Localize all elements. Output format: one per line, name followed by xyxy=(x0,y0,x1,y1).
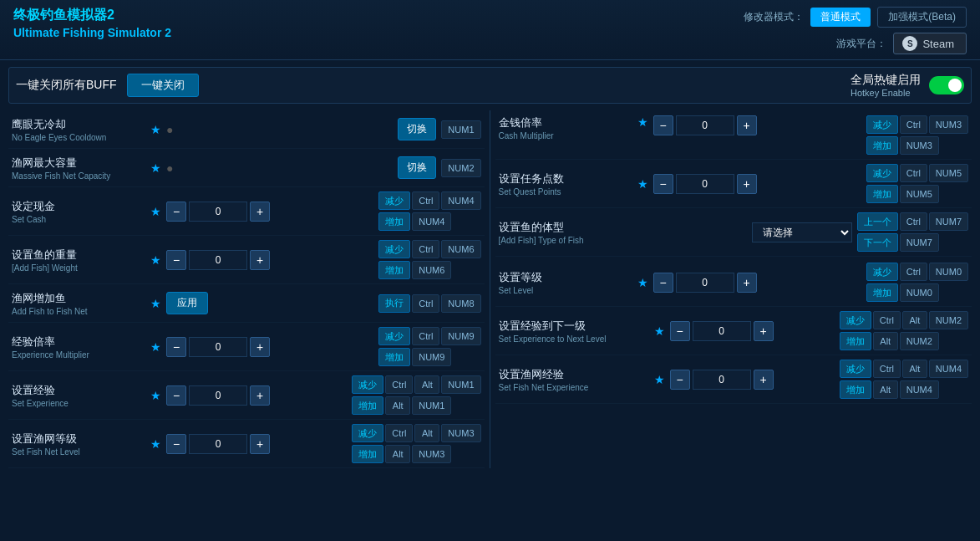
add-fish-exec-action[interactable]: 执行 xyxy=(378,294,410,313)
quest-points-input[interactable] xyxy=(676,174,734,194)
fish-net-exp-input[interactable] xyxy=(693,370,751,390)
fish-net-level-dec-action[interactable]: 减少 xyxy=(352,424,383,442)
cash-mult-star[interactable]: ★ xyxy=(637,115,648,129)
exp-mult-inc-action[interactable]: 增加 xyxy=(378,348,410,366)
fish-net-exp-dec-action[interactable]: 减少 xyxy=(840,360,871,378)
fish-type-prev-action[interactable]: 上一个 xyxy=(857,212,898,231)
exp-next-level-plus[interactable]: + xyxy=(754,321,774,341)
fish-weight-dec-action[interactable]: 减少 xyxy=(378,240,410,258)
set-level-dec-action[interactable]: 减少 xyxy=(866,263,898,281)
quest-points-plus[interactable]: + xyxy=(737,174,757,194)
close-all-button[interactable]: 一键关闭 xyxy=(127,74,199,97)
steam-button[interactable]: S Steam xyxy=(893,33,967,54)
cash-mult-input[interactable] xyxy=(676,115,734,135)
set-level-inc-action[interactable]: 增加 xyxy=(866,283,898,302)
fish-net-exp-dec-key: NUM4 xyxy=(929,360,968,378)
set-exp-dec-action[interactable]: 减少 xyxy=(352,375,383,394)
quest-points-star[interactable]: ★ xyxy=(637,177,648,191)
fish-net-exp-star[interactable]: ★ xyxy=(654,373,665,386)
fish-weight-star[interactable]: ★ xyxy=(150,253,161,267)
set-cash-inc-action[interactable]: 增加 xyxy=(378,212,410,231)
hotkey-toggle[interactable] xyxy=(929,76,964,94)
exp-next-level-inc-action[interactable]: 增加 xyxy=(840,332,871,350)
cash-mult-dec-row: 减少 Ctrl NUM3 xyxy=(866,115,968,134)
fish-weight-inc-action[interactable]: 增加 xyxy=(378,261,410,279)
exp-mult-minus[interactable]: − xyxy=(166,337,186,357)
mode-normal-button[interactable]: 普通模式 xyxy=(810,8,871,27)
set-level-plus[interactable]: + xyxy=(737,273,757,293)
set-exp-inc-row: 增加 Alt NUM1 xyxy=(352,396,480,415)
set-level-input[interactable] xyxy=(676,273,734,293)
fish-net-level-input[interactable] xyxy=(189,434,247,454)
fish-net-level-hotkeys: 减少 Ctrl Alt NUM3 增加 Alt NUM3 xyxy=(352,424,480,463)
fish-net-level-inc-action[interactable]: 增加 xyxy=(352,445,383,463)
fish-net-level-inc-mod: Alt xyxy=(385,445,410,463)
set-cash-plus[interactable]: + xyxy=(250,202,270,222)
fish-net-level-minus[interactable]: − xyxy=(166,434,186,454)
set-cash-dec-action[interactable]: 减少 xyxy=(378,191,410,210)
fish-type-prev-mod: Ctrl xyxy=(900,212,927,231)
fish-net-exp-plus[interactable]: + xyxy=(754,370,774,390)
exp-next-level-dec-mod: Ctrl xyxy=(873,311,901,329)
exp-next-level-dec-action[interactable]: 减少 xyxy=(840,311,871,329)
cash-mult-plus[interactable]: + xyxy=(737,115,757,135)
add-fish-apply[interactable]: 应用 xyxy=(166,292,208,314)
eagle-eyes-star[interactable]: ★ xyxy=(150,123,161,136)
fish-net-level-star[interactable]: ★ xyxy=(150,437,161,451)
fish-weight-input[interactable] xyxy=(189,250,247,270)
quest-points-inc-action[interactable]: 增加 xyxy=(866,185,898,203)
exp-next-level-star[interactable]: ★ xyxy=(654,324,665,338)
eagle-eyes-circle[interactable]: ● xyxy=(166,123,173,136)
mode-beta-button[interactable]: 加强模式(Beta) xyxy=(877,7,967,28)
set-cash-input[interactable] xyxy=(189,202,247,222)
exp-mult-input[interactable] xyxy=(189,337,247,357)
fish-type-next-action[interactable]: 下一个 xyxy=(857,233,898,252)
fish-net-switch[interactable]: 切换 xyxy=(398,156,436,179)
fish-net-level-inc-key: NUM3 xyxy=(412,445,451,463)
quest-points-cn: 设置任务点数 xyxy=(499,171,632,186)
set-cash-star[interactable]: ★ xyxy=(150,205,161,218)
fish-net-level-row: 设置渔网等级 Set Fish Net Level ★ − + 减少 Ctrl … xyxy=(8,420,485,468)
fish-type-select[interactable]: 请选择 xyxy=(752,222,852,242)
set-exp-input[interactable] xyxy=(189,385,247,406)
fish-net-star[interactable]: ★ xyxy=(150,161,161,175)
set-cash-minus[interactable]: − xyxy=(166,202,186,222)
fish-net-exp-dec-mod: Ctrl xyxy=(873,360,901,378)
fish-net-exp-inc-row: 增加 Alt NUM4 xyxy=(840,380,968,399)
set-exp-minus[interactable]: − xyxy=(166,385,186,406)
set-exp-star[interactable]: ★ xyxy=(150,389,161,402)
eagle-eyes-switch[interactable]: 切换 xyxy=(398,118,436,140)
steam-icon: S xyxy=(902,36,917,51)
exp-next-level-minus[interactable]: − xyxy=(670,321,690,341)
add-fish-star[interactable]: ★ xyxy=(150,297,161,310)
quest-points-inc-key: NUM5 xyxy=(900,185,939,203)
fish-net-exp-minus[interactable]: − xyxy=(670,370,690,390)
fish-net-exp-inc-action[interactable]: 增加 xyxy=(840,380,871,399)
set-exp-inc-action[interactable]: 增加 xyxy=(352,396,383,415)
cash-mult-minus[interactable]: − xyxy=(653,115,673,135)
fish-weight-minus[interactable]: − xyxy=(166,250,186,270)
set-level-cn: 设置等级 xyxy=(499,270,632,285)
exp-next-level-input[interactable] xyxy=(693,321,751,341)
set-level-minus[interactable]: − xyxy=(653,273,673,293)
cash-mult-dec-action[interactable]: 减少 xyxy=(866,115,898,134)
exp-mult-plus[interactable]: + xyxy=(250,337,270,357)
set-exp-cn: 设置经验 xyxy=(12,383,145,398)
quest-points-minus[interactable]: − xyxy=(653,174,673,194)
set-exp-plus[interactable]: + xyxy=(250,385,270,406)
fish-net-level-plus[interactable]: + xyxy=(250,434,270,454)
set-cash-cn: 设定现金 xyxy=(12,199,145,214)
exp-mult-star[interactable]: ★ xyxy=(150,340,161,354)
fish-net-key: NUM2 xyxy=(441,159,480,177)
quest-points-dec-action[interactable]: 减少 xyxy=(866,164,898,182)
platform-row: 游戏平台： S Steam xyxy=(836,33,967,54)
exp-mult-dec-action[interactable]: 减少 xyxy=(378,327,410,345)
set-cash-dec-mod: Ctrl xyxy=(412,191,439,210)
cash-mult-inc-action[interactable]: 增加 xyxy=(866,136,898,155)
exp-mult-row: 经验倍率 Experience Multiplier ★ − + 减少 Ctrl… xyxy=(8,323,485,371)
fish-net-circle[interactable]: ● xyxy=(166,161,173,175)
fish-weight-inc-row: 增加 NUM6 xyxy=(378,261,480,279)
fish-weight-plus[interactable]: + xyxy=(250,250,270,270)
set-level-star[interactable]: ★ xyxy=(637,276,648,289)
exp-next-level-label: 设置经验到下一级 Set Experience to Next Level xyxy=(499,319,649,344)
